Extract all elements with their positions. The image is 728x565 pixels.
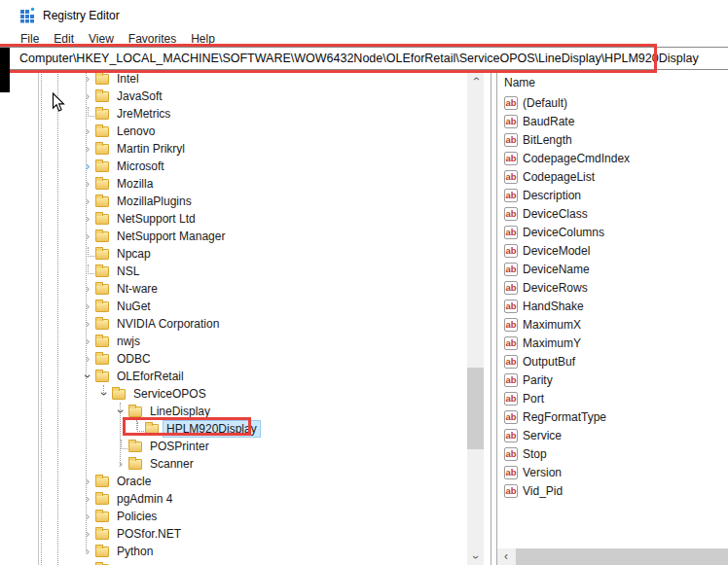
chevron-right-icon[interactable]: › bbox=[80, 177, 95, 191]
tree-item-oleforretail[interactable]: ›OLEforRetail bbox=[0, 368, 467, 385]
value-name: Parity bbox=[523, 373, 553, 387]
value-row-codepagecmdindex[interactable]: abCodepageCmdIndex bbox=[497, 149, 728, 167]
tree-item-posfor-net[interactable]: ›POSfor.NET bbox=[0, 525, 467, 543]
tree-item-nvidia-corporation[interactable]: ›NVIDIA Corporation bbox=[0, 315, 467, 333]
values-horizontal-scrollbar[interactable] bbox=[497, 548, 728, 565]
value-row-stop[interactable]: abStop bbox=[497, 444, 728, 463]
tree-item-posprinter[interactable]: POSPrinter bbox=[0, 438, 467, 455]
tree-item-label: Microsoft bbox=[114, 159, 167, 174]
tree-item-netsupport-manager[interactable]: ›NetSupport Manager bbox=[0, 228, 467, 245]
value-row-service[interactable]: abService bbox=[497, 426, 728, 444]
chevron-right-icon[interactable]: › bbox=[80, 230, 95, 243]
chevron-right-icon[interactable]: › bbox=[80, 352, 95, 366]
value-row-description[interactable]: abDescription bbox=[497, 186, 728, 204]
tree-item-mozilla[interactable]: ›Mozilla bbox=[0, 175, 467, 193]
tree-item-microsoft[interactable]: ›Microsoft bbox=[0, 158, 467, 175]
chevron-right-icon[interactable]: › bbox=[80, 142, 95, 156]
value-row-default[interactable]: ab(Default) bbox=[497, 93, 728, 112]
value-row-devicecolumns[interactable]: abDeviceColumns bbox=[497, 223, 728, 241]
chevron-right-icon[interactable]: › bbox=[80, 492, 95, 506]
chevron-down-icon[interactable]: › bbox=[81, 369, 94, 384]
value-row-maximumx[interactable]: abMaximumX bbox=[497, 315, 728, 334]
panel-splitter[interactable] bbox=[491, 70, 497, 565]
chevron-right-icon[interactable]: › bbox=[80, 475, 95, 488]
tree-item-nwjs[interactable]: ›nwjs bbox=[0, 333, 467, 350]
value-name: (Default) bbox=[523, 96, 567, 110]
value-row-regformattype[interactable]: abRegFormatType bbox=[497, 407, 728, 426]
menu-favorites[interactable]: Favorites bbox=[128, 32, 176, 46]
tree-item-python[interactable]: ›Python bbox=[0, 543, 467, 560]
tree-item-oracle[interactable]: ›Oracle bbox=[0, 473, 467, 490]
tree-item-nsl[interactable]: NSL bbox=[0, 263, 467, 280]
value-row-devicemodel[interactable]: abDeviceModel bbox=[497, 241, 728, 260]
value-row-outputbuf[interactable]: abOutputBuf bbox=[497, 352, 728, 371]
tree-item-serviceopos[interactable]: ›ServiceOPOS bbox=[0, 385, 467, 403]
tree-item-partial[interactable] bbox=[0, 560, 467, 565]
folder-icon bbox=[128, 459, 142, 470]
value-row-maximumy[interactable]: abMaximumY bbox=[497, 334, 728, 352]
folder-icon bbox=[95, 284, 109, 295]
value-row-handshake[interactable]: abHandShake bbox=[497, 297, 728, 315]
tree-item-jremetrics[interactable]: JreMetrics bbox=[0, 105, 467, 123]
tree-item-mozillaplugins[interactable]: ›MozillaPlugins bbox=[0, 193, 467, 210]
menu-edit[interactable]: Edit bbox=[54, 32, 74, 46]
chevron-right-icon[interactable]: › bbox=[80, 159, 95, 173]
menu-file[interactable]: File bbox=[20, 32, 39, 46]
value-row-version[interactable]: abVersion bbox=[497, 463, 728, 481]
tree-item-policies[interactable]: ›Policies bbox=[0, 508, 467, 525]
tree-item-nt-ware[interactable]: ›Nt-ware bbox=[0, 280, 467, 298]
tree-item-scanner[interactable]: ›Scanner bbox=[0, 455, 467, 473]
tree-item-odbc[interactable]: ›ODBC bbox=[0, 350, 467, 368]
chevron-right-icon[interactable]: › bbox=[80, 317, 95, 331]
value-row-devicerows[interactable]: abDeviceRows bbox=[497, 278, 728, 297]
value-row-parity[interactable]: abParity bbox=[497, 371, 728, 389]
horizontal-scrollbar-thumb[interactable] bbox=[516, 548, 728, 565]
value-row-vid-pid[interactable]: abVid_Pid bbox=[497, 481, 728, 500]
tree-item-npcap[interactable]: Npcap bbox=[0, 245, 467, 263]
column-header-name[interactable]: Name bbox=[497, 70, 728, 93]
chevron-right-icon[interactable]: › bbox=[80, 72, 95, 86]
menu-view[interactable]: View bbox=[89, 32, 114, 46]
tree-item-pgadmin-4[interactable]: ›pgAdmin 4 bbox=[0, 490, 467, 508]
chevron-right-icon[interactable]: › bbox=[80, 545, 95, 558]
tree-item-linedisplay[interactable]: ›LineDisplay bbox=[0, 403, 467, 420]
tree-vertical-scrollbar[interactable] bbox=[467, 70, 484, 565]
reg-sz-icon: ab bbox=[504, 429, 518, 442]
black-redaction-bar bbox=[0, 48, 10, 92]
tree-item-intel[interactable]: ›Intel bbox=[0, 70, 467, 88]
scroll-up-button[interactable] bbox=[467, 70, 484, 87]
chevron-right-icon[interactable]: › bbox=[80, 282, 95, 296]
chevron-down-icon[interactable]: › bbox=[97, 386, 111, 402]
value-name: DeviceRows bbox=[523, 281, 588, 295]
chevron-right-icon[interactable]: › bbox=[80, 124, 95, 138]
tree-item-netsupport-ltd[interactable]: ›NetSupport Ltd bbox=[0, 210, 467, 228]
tree-item-martin-prikryl[interactable]: ›Martin Prikryl bbox=[0, 140, 467, 158]
value-row-devicename[interactable]: abDeviceName bbox=[497, 260, 728, 278]
folder-icon bbox=[95, 231, 109, 242]
tree-item-hplm920display[interactable]: HPLM920Display bbox=[0, 420, 467, 438]
value-row-deviceclass[interactable]: abDeviceClass bbox=[497, 204, 728, 223]
chevron-right-icon[interactable]: › bbox=[80, 212, 95, 226]
chevron-down-icon[interactable]: › bbox=[114, 404, 127, 419]
tree-item-javasoft[interactable]: ›JavaSoft bbox=[0, 88, 467, 105]
scroll-left-button[interactable] bbox=[497, 548, 514, 565]
tree-item-nuget[interactable]: ›NuGet bbox=[0, 298, 467, 315]
tree-item-lenovo[interactable]: ›Lenovo bbox=[0, 123, 467, 140]
chevron-right-icon[interactable]: › bbox=[80, 194, 95, 208]
chevron-right-icon[interactable]: › bbox=[80, 300, 95, 313]
chevron-right-icon[interactable]: › bbox=[80, 335, 95, 348]
chevron-right-icon[interactable]: › bbox=[80, 510, 95, 523]
scroll-down-button[interactable] bbox=[467, 548, 484, 565]
value-row-codepagelist[interactable]: abCodepageList bbox=[497, 167, 728, 186]
value-row-bitlength[interactable]: abBitLength bbox=[497, 130, 728, 149]
address-bar-input[interactable]: Computer\HKEY_LOCAL_MACHINE\SOFTWARE\WOW… bbox=[0, 47, 728, 70]
reg-sz-icon: ab bbox=[504, 466, 518, 479]
chevron-right-icon[interactable]: › bbox=[113, 457, 128, 471]
menu-help[interactable]: Help bbox=[191, 32, 215, 46]
chevron-right-icon[interactable]: › bbox=[80, 527, 95, 541]
vertical-scrollbar-thumb[interactable] bbox=[467, 368, 484, 449]
value-row-baudrate[interactable]: abBaudRate bbox=[497, 112, 728, 130]
chevron-right-icon[interactable]: › bbox=[80, 89, 95, 103]
value-row-port[interactable]: abPort bbox=[497, 389, 728, 407]
reg-sz-icon: ab bbox=[504, 447, 518, 461]
